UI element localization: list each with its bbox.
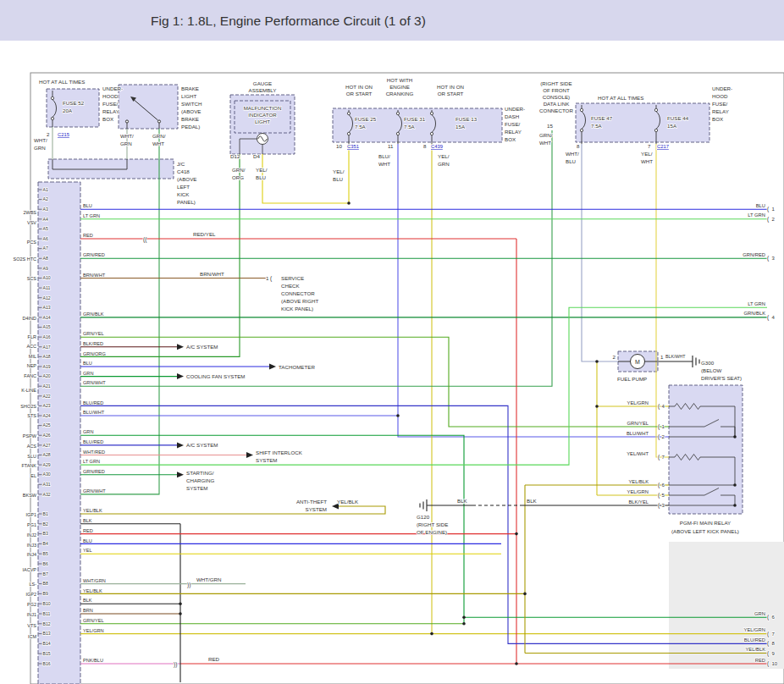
pin-label-b10: B10 xyxy=(43,601,51,606)
wire-color-label-b11: BRN xyxy=(83,608,93,613)
pin-label-a2: A2 xyxy=(43,196,48,201)
link-c351[interactable]: C351 xyxy=(347,144,359,149)
wire-color-label-a8: GRN/RED xyxy=(83,252,105,257)
pin-label-b15: B15 xyxy=(43,651,51,656)
wire-color-label-b13: YEL/GRN xyxy=(83,628,104,633)
fuel-pump-motor-letter: M xyxy=(635,359,640,365)
pin-label-a9: A9 xyxy=(43,266,48,271)
label-7-5a: 7.5A xyxy=(591,123,603,129)
pin-label-a19: A19 xyxy=(43,364,51,369)
junction-dot-2 xyxy=(430,632,433,636)
label-g120: G120 xyxy=(417,514,430,520)
label-above: (ABOVE xyxy=(181,108,201,114)
label-fuse-31: FUSE 31 xyxy=(404,116,426,122)
signal-label-pg2: PG2 xyxy=(27,602,36,607)
link-c215[interactable]: C215 xyxy=(58,132,69,137)
label-8: 8 xyxy=(423,143,427,149)
link-c439[interactable]: C439 xyxy=(431,144,443,149)
label-hot-in-on: HOT IN ON xyxy=(345,84,373,90)
label-blu: BLU/ xyxy=(378,153,390,159)
label-anti-theft: ANTI-THEFT xyxy=(296,499,327,505)
junction-dot-5 xyxy=(515,532,518,536)
label-or-start: OR START xyxy=(438,91,464,97)
label-brake: BRAKE xyxy=(181,116,199,122)
label-fuse-47: FUSE 47 xyxy=(591,115,613,121)
label-grn: GRN xyxy=(34,145,46,151)
fuse52-box xyxy=(47,89,99,127)
label-under: UNDER- xyxy=(505,106,525,112)
signal-label-nep: NEP xyxy=(27,363,37,368)
label-a-c-system: A/C SYSTEM xyxy=(186,442,218,448)
signal-label-fanc: FANC xyxy=(24,373,36,378)
label-left: LEFT xyxy=(177,184,190,190)
label-light: LIGHT xyxy=(181,93,196,99)
pin-label-a26: A26 xyxy=(43,433,51,438)
fuse-47-terminal-top xyxy=(580,108,582,111)
signal-label-igp2: IGP2 xyxy=(25,592,36,597)
label-grn: GRN xyxy=(120,141,132,146)
label-wht: WHT xyxy=(378,161,390,167)
pin-label-a25: A25 xyxy=(43,422,51,428)
edge-wire-label-4: GRN/BLK xyxy=(744,311,766,316)
signal-label-pg1: PG1 xyxy=(27,522,36,527)
wire-color-label-a27: BLU/RED xyxy=(83,439,103,444)
fuse-13-terminal-bottom xyxy=(430,132,433,135)
label-yel-blk: YEL/BLK xyxy=(337,499,359,505)
label-cooling-fan-system: COOLING FAN SYSTEM xyxy=(186,373,245,379)
edge-wire-label-6: YEL/GRN xyxy=(744,627,765,632)
label-pedal: PEDAL) xyxy=(181,124,200,130)
wire-color-label-a14: GRN/BLK xyxy=(83,312,104,317)
link-c217[interactable]: C217 xyxy=(657,144,669,149)
label-system: SYSTEM xyxy=(186,485,207,491)
pin-label-a24: A24 xyxy=(43,413,51,418)
signal-label-scs: SCS xyxy=(27,276,37,281)
label-15: 15 xyxy=(547,123,553,129)
signal-label-slu: SLU xyxy=(27,454,36,459)
label-shift-interlock: SHIFT INTERLOCK xyxy=(256,450,303,455)
label-blu: BLU xyxy=(256,174,266,180)
label-panel: PANEL) xyxy=(177,199,196,205)
wire-color-label-a24: BLU/WHT xyxy=(83,410,105,415)
label-dash: DASH xyxy=(505,113,519,119)
pin-label-a31: A31 xyxy=(43,482,51,487)
wire-color-label-b12: GRN/YEL xyxy=(83,618,104,623)
label-fuse-44: FUSE 44 xyxy=(667,115,689,121)
label-starting: STARTING/ xyxy=(186,470,214,476)
label-wht: WHT xyxy=(539,140,551,146)
pin-label-b5: B5 xyxy=(43,551,48,556)
signal-label-pcs: PCS xyxy=(27,240,37,245)
signal-label-icm: ICM xyxy=(28,634,37,639)
label-grn: GRN/ xyxy=(152,133,166,139)
label-tachometer: TACHOMETER xyxy=(279,364,315,370)
pin-label-b2: B2 xyxy=(43,521,48,527)
signal-label-vts: VTS xyxy=(27,623,36,628)
pin-label-b16: B16 xyxy=(43,661,51,666)
pin-label-a27: A27 xyxy=(43,443,51,448)
pin-label-b8: B8 xyxy=(43,581,48,586)
label-1: 1 xyxy=(660,354,664,360)
fuse-25-terminal-bottom xyxy=(347,132,350,135)
wire-color-label-b16: PNK/BLU xyxy=(83,658,103,663)
pin-label-a6: A6 xyxy=(43,236,48,241)
pin-label-b11: B11 xyxy=(43,611,51,616)
label-1: 1 xyxy=(266,275,269,281)
label-7-5a: 7.5A xyxy=(404,124,416,130)
brake-switch-terminal-1 xyxy=(125,120,128,123)
label-red: RED xyxy=(208,656,220,662)
label-hot-in-on: HOT IN ON xyxy=(437,84,464,90)
label-c418: C418 xyxy=(177,168,190,174)
pin-label-a17: A17 xyxy=(43,345,51,350)
junction-dot-6 xyxy=(515,662,518,665)
label-fuse: FUSE/ xyxy=(102,101,119,107)
label-8: 8 xyxy=(577,143,580,149)
jc-box xyxy=(48,159,174,179)
label-brn-wht: BRN/WHT xyxy=(200,271,224,277)
pin-label-a32: A32 xyxy=(43,492,51,497)
pin-label-a4: A4 xyxy=(43,217,48,222)
label-blu: BLU xyxy=(566,158,576,164)
pin-label-a28: A28 xyxy=(43,452,51,457)
wire-color-label-a26: GRN xyxy=(83,429,93,434)
label-20a: 20A xyxy=(63,108,73,113)
label-yel: YEL/ xyxy=(333,168,345,174)
junction-dot-9 xyxy=(179,612,182,615)
